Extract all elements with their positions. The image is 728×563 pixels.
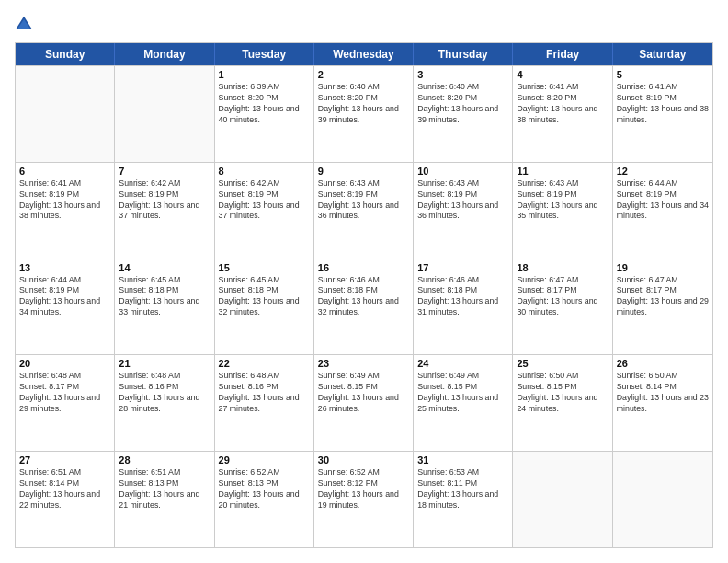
cal-day-info: Sunrise: 6:43 AM Sunset: 8:19 PM Dayligh… <box>318 178 409 223</box>
cal-day-number: 30 <box>318 454 409 465</box>
cal-day-info: Sunrise: 6:48 AM Sunset: 8:17 PM Dayligh… <box>19 371 110 415</box>
cal-day-info: Sunrise: 6:46 AM Sunset: 8:18 PM Dayligh… <box>318 275 409 319</box>
cal-day-info: Sunrise: 6:46 AM Sunset: 8:18 PM Dayligh… <box>417 275 508 319</box>
cal-day-number: 29 <box>219 454 310 465</box>
cal-day-info: Sunrise: 6:39 AM Sunset: 8:20 PM Dayligh… <box>219 82 310 126</box>
logo-icon <box>15 15 33 33</box>
cal-cell: 22Sunrise: 6:48 AM Sunset: 8:16 PM Dayli… <box>215 355 314 451</box>
cal-day-info: Sunrise: 6:45 AM Sunset: 8:18 PM Dayligh… <box>119 275 210 319</box>
cal-day-number: 8 <box>219 166 310 177</box>
cal-day-info: Sunrise: 6:48 AM Sunset: 8:16 PM Dayligh… <box>219 371 310 415</box>
cal-cell: 16Sunrise: 6:46 AM Sunset: 8:18 PM Dayli… <box>314 259 414 355</box>
cal-day-number: 27 <box>19 454 110 465</box>
cal-day-number: 12 <box>617 166 709 177</box>
cal-day-info: Sunrise: 6:43 AM Sunset: 8:19 PM Dayligh… <box>517 178 608 223</box>
cal-week-4: 20Sunrise: 6:48 AM Sunset: 8:17 PM Dayli… <box>16 354 712 451</box>
cal-day-number: 5 <box>617 69 709 80</box>
cal-cell: 23Sunrise: 6:49 AM Sunset: 8:15 PM Dayli… <box>314 355 414 451</box>
cal-day-info: Sunrise: 6:51 AM Sunset: 8:14 PM Dayligh… <box>19 467 110 511</box>
cal-day-number: 24 <box>417 358 508 369</box>
cal-day-number: 4 <box>517 69 608 80</box>
cal-cell: 6Sunrise: 6:41 AM Sunset: 8:19 PM Daylig… <box>16 163 115 259</box>
cal-day-info: Sunrise: 6:49 AM Sunset: 8:15 PM Dayligh… <box>318 371 409 415</box>
cal-day-number: 17 <box>417 262 508 273</box>
calendar-body: 1Sunrise: 6:39 AM Sunset: 8:20 PM Daylig… <box>16 65 712 547</box>
cal-day-info: Sunrise: 6:44 AM Sunset: 8:19 PM Dayligh… <box>19 275 110 319</box>
cal-cell: 26Sunrise: 6:50 AM Sunset: 8:14 PM Dayli… <box>613 355 712 451</box>
cal-day-info: Sunrise: 6:43 AM Sunset: 8:19 PM Dayligh… <box>417 178 508 223</box>
cal-cell: 14Sunrise: 6:45 AM Sunset: 8:18 PM Dayli… <box>115 259 214 355</box>
cal-cell: 20Sunrise: 6:48 AM Sunset: 8:17 PM Dayli… <box>16 355 115 451</box>
cal-cell: 15Sunrise: 6:45 AM Sunset: 8:18 PM Dayli… <box>215 259 314 355</box>
cal-day-info: Sunrise: 6:52 AM Sunset: 8:13 PM Dayligh… <box>219 467 310 511</box>
cal-day-number: 18 <box>517 262 608 273</box>
cal-day-info: Sunrise: 6:44 AM Sunset: 8:19 PM Dayligh… <box>617 178 709 223</box>
cal-cell: 13Sunrise: 6:44 AM Sunset: 8:19 PM Dayli… <box>16 259 115 355</box>
cal-day-info: Sunrise: 6:47 AM Sunset: 8:17 PM Dayligh… <box>517 275 608 319</box>
cal-header-wednesday: Wednesday <box>314 43 414 65</box>
cal-day-info: Sunrise: 6:40 AM Sunset: 8:20 PM Dayligh… <box>417 82 508 126</box>
cal-cell: 11Sunrise: 6:43 AM Sunset: 8:19 PM Dayli… <box>513 163 612 259</box>
cal-day-info: Sunrise: 6:51 AM Sunset: 8:13 PM Dayligh… <box>119 467 210 511</box>
cal-day-number: 21 <box>119 358 210 369</box>
cal-cell: 12Sunrise: 6:44 AM Sunset: 8:19 PM Dayli… <box>613 163 712 259</box>
cal-day-info: Sunrise: 6:41 AM Sunset: 8:20 PM Dayligh… <box>517 82 608 126</box>
cal-day-info: Sunrise: 6:50 AM Sunset: 8:14 PM Dayligh… <box>617 371 709 415</box>
cal-cell: 5Sunrise: 6:41 AM Sunset: 8:19 PM Daylig… <box>613 66 712 162</box>
cal-header-monday: Monday <box>115 43 214 65</box>
cal-cell: 27Sunrise: 6:51 AM Sunset: 8:14 PM Dayli… <box>16 452 115 547</box>
cal-day-number: 19 <box>617 262 709 273</box>
cal-day-info: Sunrise: 6:50 AM Sunset: 8:15 PM Dayligh… <box>517 371 608 415</box>
cal-cell: 2Sunrise: 6:40 AM Sunset: 8:20 PM Daylig… <box>314 66 414 162</box>
cal-header-friday: Friday <box>513 43 612 65</box>
cal-day-info: Sunrise: 6:47 AM Sunset: 8:17 PM Dayligh… <box>617 275 709 319</box>
cal-day-info: Sunrise: 6:42 AM Sunset: 8:19 PM Dayligh… <box>119 178 210 223</box>
cal-day-number: 2 <box>318 69 409 80</box>
cal-cell: 7Sunrise: 6:42 AM Sunset: 8:19 PM Daylig… <box>115 163 214 259</box>
cal-day-info: Sunrise: 6:41 AM Sunset: 8:19 PM Dayligh… <box>19 178 110 223</box>
cal-day-number: 28 <box>119 454 210 465</box>
cal-day-info: Sunrise: 6:42 AM Sunset: 8:19 PM Dayligh… <box>219 178 310 223</box>
cal-day-number: 7 <box>119 166 210 177</box>
cal-header-sunday: Sunday <box>16 43 115 65</box>
cal-cell: 29Sunrise: 6:52 AM Sunset: 8:13 PM Dayli… <box>215 452 314 547</box>
cal-day-info: Sunrise: 6:45 AM Sunset: 8:18 PM Dayligh… <box>219 275 310 319</box>
calendar-header-row: SundayMondayTuesdayWednesdayThursdayFrid… <box>16 43 712 65</box>
cal-day-number: 3 <box>417 69 508 80</box>
cal-day-number: 15 <box>219 262 310 273</box>
cal-cell: 25Sunrise: 6:50 AM Sunset: 8:15 PM Dayli… <box>513 355 612 451</box>
cal-cell: 9Sunrise: 6:43 AM Sunset: 8:19 PM Daylig… <box>314 163 414 259</box>
calendar: SundayMondayTuesdayWednesdayThursdayFrid… <box>15 42 713 548</box>
cal-header-tuesday: Tuesday <box>215 43 314 65</box>
cal-day-number: 9 <box>318 166 409 177</box>
cal-header-saturday: Saturday <box>613 43 712 65</box>
cal-cell <box>513 452 612 547</box>
cal-cell: 4Sunrise: 6:41 AM Sunset: 8:20 PM Daylig… <box>513 66 612 162</box>
cal-cell: 24Sunrise: 6:49 AM Sunset: 8:15 PM Dayli… <box>414 355 513 451</box>
cal-day-info: Sunrise: 6:49 AM Sunset: 8:15 PM Dayligh… <box>417 371 508 415</box>
cal-week-5: 27Sunrise: 6:51 AM Sunset: 8:14 PM Dayli… <box>16 451 712 547</box>
cal-day-number: 31 <box>417 454 508 465</box>
cal-cell: 3Sunrise: 6:40 AM Sunset: 8:20 PM Daylig… <box>414 66 513 162</box>
cal-cell: 30Sunrise: 6:52 AM Sunset: 8:12 PM Dayli… <box>314 452 414 547</box>
cal-header-thursday: Thursday <box>414 43 513 65</box>
cal-day-number: 1 <box>219 69 310 80</box>
cal-day-info: Sunrise: 6:48 AM Sunset: 8:16 PM Dayligh… <box>119 371 210 415</box>
cal-day-number: 25 <box>517 358 608 369</box>
cal-cell: 19Sunrise: 6:47 AM Sunset: 8:17 PM Dayli… <box>613 259 712 355</box>
cal-day-info: Sunrise: 6:41 AM Sunset: 8:19 PM Dayligh… <box>617 82 709 126</box>
cal-day-number: 13 <box>19 262 110 273</box>
cal-day-number: 11 <box>517 166 608 177</box>
cal-week-2: 6Sunrise: 6:41 AM Sunset: 8:19 PM Daylig… <box>16 162 712 259</box>
cal-day-number: 20 <box>19 358 110 369</box>
cal-cell: 8Sunrise: 6:42 AM Sunset: 8:19 PM Daylig… <box>215 163 314 259</box>
cal-cell: 31Sunrise: 6:53 AM Sunset: 8:11 PM Dayli… <box>414 452 513 547</box>
cal-day-number: 26 <box>617 358 709 369</box>
cal-day-number: 10 <box>417 166 508 177</box>
cal-cell <box>16 66 115 162</box>
cal-cell: 17Sunrise: 6:46 AM Sunset: 8:18 PM Dayli… <box>414 259 513 355</box>
cal-cell: 18Sunrise: 6:47 AM Sunset: 8:17 PM Dayli… <box>513 259 612 355</box>
cal-cell <box>613 452 712 547</box>
cal-day-info: Sunrise: 6:40 AM Sunset: 8:20 PM Dayligh… <box>318 82 409 126</box>
cal-day-number: 16 <box>318 262 409 273</box>
